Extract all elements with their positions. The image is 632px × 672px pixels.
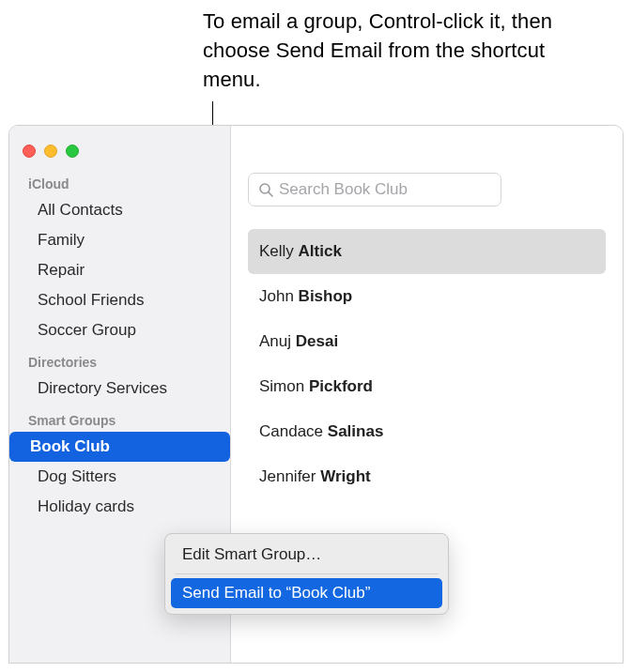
minimize-window-button[interactable]: [44, 145, 57, 158]
contact-row[interactable]: Kelly Altick: [248, 229, 606, 274]
sidebar-item-dog-sitters[interactable]: Dog Sitters: [17, 462, 223, 492]
sidebar-item-all-contacts[interactable]: All Contacts: [17, 195, 223, 225]
contact-first-name: Kelly: [259, 242, 294, 260]
svg-line-1: [269, 192, 272, 196]
contact-first-name: John: [259, 287, 294, 305]
contact-last-name: Desai: [296, 332, 338, 350]
sidebar-section-icloud: iCloud: [9, 167, 230, 195]
menu-item-edit-smart-group[interactable]: Edit Smart Group…: [171, 540, 442, 570]
contact-first-name: Anuj: [259, 332, 291, 350]
sidebar-section-directories: Directories: [9, 345, 230, 374]
contact-row[interactable]: John Bishop: [248, 274, 606, 319]
contact-row[interactable]: Simon Pickford: [248, 364, 606, 409]
contact-last-name: Salinas: [328, 422, 384, 440]
contact-row[interactable]: Jennifer Wright: [248, 454, 606, 499]
sidebar-item-school-friends[interactable]: School Friends: [17, 285, 223, 315]
search-box[interactable]: [248, 173, 501, 206]
contact-last-name: Bishop: [299, 287, 353, 305]
contact-first-name: Jennifer: [259, 467, 316, 485]
search-input[interactable]: [279, 180, 491, 199]
sidebar-item-family[interactable]: Family: [17, 225, 223, 255]
contact-last-name: Wright: [320, 467, 371, 485]
sidebar-section-smart-groups: Smart Groups: [9, 404, 230, 432]
sidebar-item-repair[interactable]: Repair: [17, 255, 223, 285]
sidebar-item-holiday-cards[interactable]: Holiday cards: [17, 492, 223, 522]
context-menu: Edit Smart Group… Send Email to “Book Cl…: [164, 533, 449, 615]
contact-first-name: Candace: [259, 422, 323, 440]
menu-separator: [175, 573, 439, 574]
sidebar-item-directory-services[interactable]: Directory Services: [17, 374, 223, 404]
sidebar-item-soccer-group[interactable]: Soccer Group: [17, 315, 223, 345]
sidebar-item-book-club[interactable]: Book Club: [9, 432, 230, 462]
window-controls: [9, 137, 230, 167]
contact-first-name: Simon: [259, 377, 304, 395]
menu-item-send-email[interactable]: Send Email to “Book Club”: [171, 578, 442, 608]
close-window-button[interactable]: [23, 145, 36, 158]
zoom-window-button[interactable]: [66, 145, 79, 158]
help-annotation: To email a group, Control-click it, then…: [203, 8, 607, 94]
contact-row[interactable]: Anuj Desai: [248, 319, 606, 364]
contact-last-name: Pickford: [309, 377, 373, 395]
contact-last-name: Altick: [299, 242, 342, 260]
search-icon: [258, 182, 273, 197]
contact-row[interactable]: Candace Salinas: [248, 409, 606, 454]
